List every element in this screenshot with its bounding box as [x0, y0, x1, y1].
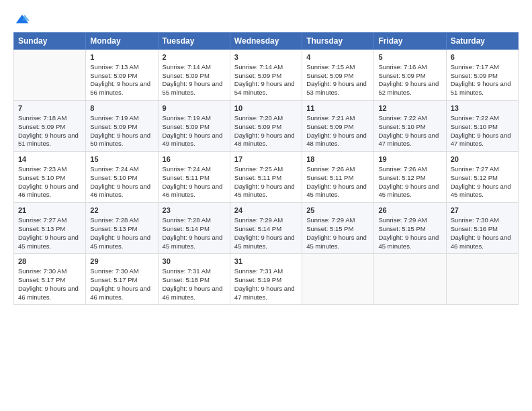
- day-number: 20: [451, 154, 514, 165]
- daylight: Daylight: 9 hours and 55 minutes.: [163, 80, 223, 96]
- daylight: Daylight: 9 hours and 45 minutes.: [378, 234, 439, 250]
- header-day: Friday: [374, 33, 446, 50]
- calendar-cell: 5Sunrise: 7:16 AMSunset: 5:09 PMDaylight…: [374, 50, 446, 101]
- calendar-cell: 16Sunrise: 7:24 AMSunset: 5:11 PMDayligh…: [158, 152, 230, 203]
- sunset: Sunset: 5:09 PM: [451, 72, 498, 79]
- sunrise: Sunrise: 7:16 AM: [378, 63, 427, 71]
- calendar-cell: 26Sunrise: 7:29 AMSunset: 5:15 PMDayligh…: [374, 203, 446, 254]
- calendar-week-row: 28Sunrise: 7:30 AMSunset: 5:17 PMDayligh…: [14, 254, 519, 305]
- day-number: 18: [306, 154, 369, 165]
- daylight: Daylight: 9 hours and 45 minutes.: [234, 234, 295, 250]
- logo-icon: [15, 12, 30, 27]
- day-number: 21: [18, 205, 81, 216]
- daylight: Daylight: 9 hours and 46 minutes.: [90, 285, 150, 301]
- sunrise: Sunrise: 7:21 AM: [306, 114, 355, 122]
- sunrise: Sunrise: 7:28 AM: [90, 216, 138, 224]
- calendar: SundayMondayTuesdayWednesdayThursdayFrid…: [13, 32, 519, 305]
- sunrise: Sunrise: 7:23 AM: [18, 165, 66, 173]
- sunrise: Sunrise: 7:24 AM: [90, 165, 138, 173]
- sunrise: Sunrise: 7:29 AM: [378, 216, 427, 224]
- day-number: 24: [234, 205, 298, 216]
- sunset: Sunset: 5:12 PM: [451, 174, 498, 181]
- sunrise: Sunrise: 7:30 AM: [451, 216, 499, 224]
- calendar-cell: [14, 50, 86, 101]
- sunset: Sunset: 5:09 PM: [378, 72, 425, 79]
- daylight: Daylight: 9 hours and 46 minutes.: [90, 183, 150, 199]
- sunset: Sunset: 5:09 PM: [234, 72, 281, 79]
- day-number: 7: [18, 103, 81, 113]
- sunset: Sunset: 5:10 PM: [90, 174, 137, 181]
- sunset: Sunset: 5:13 PM: [90, 225, 137, 232]
- calendar-cell: 18Sunrise: 7:26 AMSunset: 5:11 PMDayligh…: [302, 152, 374, 203]
- calendar-cell: 1Sunrise: 7:13 AMSunset: 5:09 PMDaylight…: [86, 50, 158, 101]
- daylight: Daylight: 9 hours and 45 minutes.: [18, 234, 79, 250]
- calendar-cell: 31Sunrise: 7:31 AMSunset: 5:19 PMDayligh…: [230, 254, 302, 305]
- daylight: Daylight: 9 hours and 48 minutes.: [234, 132, 295, 148]
- sunrise: Sunrise: 7:15 AM: [306, 63, 355, 71]
- calendar-cell: 15Sunrise: 7:24 AMSunset: 5:10 PMDayligh…: [86, 152, 158, 203]
- calendar-header-row: SundayMondayTuesdayWednesdayThursdayFrid…: [14, 33, 519, 50]
- day-number: 3: [234, 52, 298, 62]
- calendar-cell: 11Sunrise: 7:21 AMSunset: 5:09 PMDayligh…: [302, 101, 374, 152]
- daylight: Daylight: 9 hours and 45 minutes.: [90, 234, 150, 250]
- daylight: Daylight: 9 hours and 48 minutes.: [306, 132, 367, 148]
- sunset: Sunset: 5:10 PM: [451, 123, 498, 130]
- calendar-cell: 3Sunrise: 7:14 AMSunset: 5:09 PMDaylight…: [230, 50, 302, 101]
- sunset: Sunset: 5:15 PM: [306, 225, 353, 232]
- calendar-cell: 6Sunrise: 7:17 AMSunset: 5:09 PMDaylight…: [446, 50, 518, 101]
- sunrise: Sunrise: 7:19 AM: [90, 114, 138, 122]
- calendar-cell: 29Sunrise: 7:30 AMSunset: 5:17 PMDayligh…: [86, 254, 158, 305]
- sunrise: Sunrise: 7:13 AM: [90, 63, 138, 71]
- sunrise: Sunrise: 7:26 AM: [378, 165, 427, 173]
- day-number: 6: [451, 52, 514, 62]
- sunset: Sunset: 5:13 PM: [18, 225, 65, 232]
- sunrise: Sunrise: 7:27 AM: [18, 216, 66, 224]
- daylight: Daylight: 9 hours and 47 minutes.: [378, 132, 439, 148]
- sunrise: Sunrise: 7:17 AM: [451, 63, 499, 71]
- day-number: 30: [163, 257, 226, 267]
- daylight: Daylight: 9 hours and 45 minutes.: [451, 183, 511, 199]
- sunset: Sunset: 5:09 PM: [234, 123, 281, 130]
- sunrise: Sunrise: 7:27 AM: [451, 165, 499, 173]
- calendar-week-row: 7Sunrise: 7:18 AMSunset: 5:09 PMDaylight…: [14, 101, 519, 152]
- calendar-cell: 24Sunrise: 7:29 AMSunset: 5:14 PMDayligh…: [230, 203, 302, 254]
- header-day: Sunday: [14, 33, 86, 50]
- sunrise: Sunrise: 7:19 AM: [163, 114, 211, 122]
- day-number: 31: [234, 257, 298, 267]
- sunrise: Sunrise: 7:26 AM: [306, 165, 355, 173]
- calendar-cell: 4Sunrise: 7:15 AMSunset: 5:09 PMDaylight…: [302, 50, 374, 101]
- calendar-cell: [302, 254, 374, 305]
- daylight: Daylight: 9 hours and 56 minutes.: [90, 80, 150, 96]
- sunset: Sunset: 5:10 PM: [378, 123, 425, 130]
- day-number: 11: [306, 103, 369, 113]
- calendar-week-row: 1Sunrise: 7:13 AMSunset: 5:09 PMDaylight…: [14, 50, 519, 101]
- sunset: Sunset: 5:09 PM: [163, 72, 210, 79]
- daylight: Daylight: 9 hours and 45 minutes.: [163, 234, 223, 250]
- daylight: Daylight: 9 hours and 51 minutes.: [18, 132, 79, 148]
- sunrise: Sunrise: 7:31 AM: [234, 267, 283, 275]
- daylight: Daylight: 9 hours and 51 minutes.: [451, 80, 511, 96]
- daylight: Daylight: 9 hours and 46 minutes.: [163, 285, 223, 301]
- sunset: Sunset: 5:11 PM: [163, 174, 210, 181]
- sunset: Sunset: 5:09 PM: [90, 72, 137, 79]
- sunrise: Sunrise: 7:14 AM: [163, 63, 211, 71]
- day-number: 9: [163, 103, 226, 113]
- day-number: 27: [451, 205, 514, 216]
- calendar-cell: 25Sunrise: 7:29 AMSunset: 5:15 PMDayligh…: [302, 203, 374, 254]
- header-day: Thursday: [302, 33, 374, 50]
- daylight: Daylight: 9 hours and 52 minutes.: [378, 80, 439, 96]
- day-number: 28: [18, 257, 81, 267]
- day-number: 25: [306, 205, 369, 216]
- page: SundayMondayTuesdayWednesdayThursdayFrid…: [0, 0, 532, 411]
- calendar-cell: 14Sunrise: 7:23 AMSunset: 5:10 PMDayligh…: [14, 152, 86, 203]
- day-number: 5: [378, 52, 441, 62]
- day-number: 22: [90, 205, 153, 216]
- daylight: Daylight: 9 hours and 45 minutes.: [306, 183, 367, 199]
- daylight: Daylight: 9 hours and 45 minutes.: [378, 183, 439, 199]
- day-number: 29: [90, 257, 153, 267]
- daylight: Daylight: 9 hours and 54 minutes.: [234, 80, 295, 96]
- calendar-cell: 17Sunrise: 7:25 AMSunset: 5:11 PMDayligh…: [230, 152, 302, 203]
- header-day: Saturday: [446, 33, 518, 50]
- calendar-cell: 30Sunrise: 7:31 AMSunset: 5:18 PMDayligh…: [158, 254, 230, 305]
- day-number: 19: [378, 154, 441, 165]
